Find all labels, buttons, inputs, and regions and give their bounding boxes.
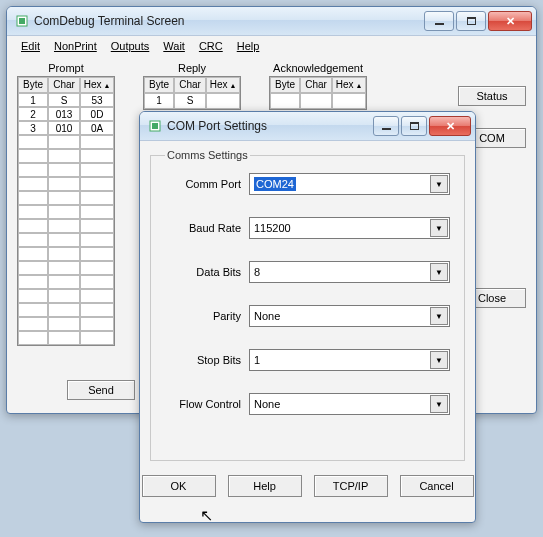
com-port-settings-dialog: COM Port Settings Comms Settings Comm Po… bbox=[139, 111, 476, 523]
prompt-table[interactable]: Byte Char Hex 1S5320130D30100A bbox=[17, 76, 115, 346]
stop-bits-label: Stop Bits bbox=[165, 354, 249, 366]
table-row[interactable] bbox=[18, 261, 114, 275]
stop-bits-combo[interactable]: 1▼ bbox=[249, 349, 450, 371]
dialog-close-button[interactable] bbox=[429, 116, 471, 136]
dropdown-icon[interactable]: ▼ bbox=[430, 351, 448, 369]
col-byte[interactable]: Byte bbox=[144, 77, 174, 93]
data-bits-combo[interactable]: 8▼ bbox=[249, 261, 450, 283]
svg-rect-3 bbox=[152, 123, 158, 129]
table-row[interactable]: 1 S bbox=[144, 93, 240, 109]
table-row[interactable] bbox=[18, 205, 114, 219]
table-row[interactable] bbox=[18, 303, 114, 317]
menubar: Edit NonPrint Outputs Wait CRC Help bbox=[7, 36, 536, 56]
table-row[interactable] bbox=[18, 233, 114, 247]
send-button[interactable]: Send bbox=[67, 380, 135, 400]
main-titlebar[interactable]: ComDebug Terminal Screen bbox=[7, 7, 536, 36]
col-hex[interactable]: Hex bbox=[332, 77, 366, 93]
table-row[interactable] bbox=[270, 93, 366, 109]
dialog-button-row: OK Help TCP/IP Cancel bbox=[140, 475, 475, 497]
dropdown-icon[interactable]: ▼ bbox=[430, 175, 448, 193]
menu-crc[interactable]: CRC bbox=[193, 38, 229, 54]
table-row[interactable] bbox=[18, 191, 114, 205]
svg-rect-1 bbox=[19, 18, 25, 24]
baud-rate-combo[interactable]: 115200▼ bbox=[249, 217, 450, 239]
table-row[interactable] bbox=[18, 135, 114, 149]
table-row[interactable] bbox=[18, 149, 114, 163]
dropdown-icon[interactable]: ▼ bbox=[430, 307, 448, 325]
table-row[interactable] bbox=[18, 331, 114, 345]
table-row[interactable] bbox=[18, 219, 114, 233]
comm-port-combo[interactable]: COM24▼ bbox=[249, 173, 450, 195]
dropdown-icon[interactable]: ▼ bbox=[430, 263, 448, 281]
reply-table[interactable]: Byte Char Hex 1 S bbox=[143, 76, 241, 110]
parity-combo[interactable]: None▼ bbox=[249, 305, 450, 327]
col-hex[interactable]: Hex bbox=[80, 77, 114, 93]
prompt-section: Prompt Byte Char Hex 1S5320130D30100A bbox=[17, 62, 115, 346]
col-byte[interactable]: Byte bbox=[18, 77, 48, 93]
table-row[interactable] bbox=[18, 275, 114, 289]
table-row[interactable] bbox=[18, 247, 114, 261]
dialog-window-controls bbox=[373, 116, 471, 136]
table-row[interactable]: 30100A bbox=[18, 121, 114, 135]
app-icon bbox=[15, 14, 29, 28]
reply-label: Reply bbox=[143, 62, 241, 74]
col-char[interactable]: Char bbox=[300, 77, 332, 93]
tcpip-button[interactable]: TCP/IP bbox=[314, 475, 388, 497]
col-byte[interactable]: Byte bbox=[270, 77, 300, 93]
flow-control-label: Flow Control bbox=[165, 398, 249, 410]
dropdown-icon[interactable]: ▼ bbox=[430, 219, 448, 237]
help-button[interactable]: Help bbox=[228, 475, 302, 497]
dialog-maximize-button[interactable] bbox=[401, 116, 427, 136]
dialog-icon bbox=[148, 119, 162, 133]
menu-nonprint[interactable]: NonPrint bbox=[48, 38, 103, 54]
minimize-button[interactable] bbox=[424, 11, 454, 31]
menu-outputs[interactable]: Outputs bbox=[105, 38, 156, 54]
comm-port-label: Comm Port bbox=[165, 178, 249, 190]
ack-table[interactable]: Byte Char Hex bbox=[269, 76, 367, 110]
main-window-controls bbox=[424, 11, 532, 31]
status-button[interactable]: Status bbox=[458, 86, 526, 106]
ack-label: Acknowledgement bbox=[269, 62, 367, 74]
baud-rate-label: Baud Rate bbox=[165, 222, 249, 234]
dialog-titlebar[interactable]: COM Port Settings bbox=[140, 112, 475, 141]
menu-edit[interactable]: Edit bbox=[15, 38, 46, 54]
table-row[interactable] bbox=[18, 177, 114, 191]
table-row[interactable]: 20130D bbox=[18, 107, 114, 121]
dropdown-icon[interactable]: ▼ bbox=[430, 395, 448, 413]
dialog-minimize-button[interactable] bbox=[373, 116, 399, 136]
maximize-button[interactable] bbox=[456, 11, 486, 31]
dialog-title: COM Port Settings bbox=[167, 119, 373, 133]
main-title: ComDebug Terminal Screen bbox=[34, 14, 424, 28]
data-bits-label: Data Bits bbox=[165, 266, 249, 278]
comms-settings-group: Comms Settings Comm Port COM24▼ Baud Rat… bbox=[150, 149, 465, 461]
cancel-button[interactable]: Cancel bbox=[400, 475, 474, 497]
col-char[interactable]: Char bbox=[174, 77, 206, 93]
comms-settings-legend: Comms Settings bbox=[165, 149, 250, 161]
col-char[interactable]: Char bbox=[48, 77, 80, 93]
ok-button[interactable]: OK bbox=[142, 475, 216, 497]
flow-control-combo[interactable]: None▼ bbox=[249, 393, 450, 415]
table-row[interactable] bbox=[18, 163, 114, 177]
prompt-label: Prompt bbox=[17, 62, 115, 74]
parity-label: Parity bbox=[165, 310, 249, 322]
menu-wait[interactable]: Wait bbox=[157, 38, 191, 54]
table-row[interactable] bbox=[18, 317, 114, 331]
table-row[interactable] bbox=[18, 289, 114, 303]
col-hex[interactable]: Hex bbox=[206, 77, 240, 93]
table-row[interactable]: 1S53 bbox=[18, 93, 114, 107]
menu-help[interactable]: Help bbox=[231, 38, 266, 54]
close-window-button[interactable] bbox=[488, 11, 532, 31]
